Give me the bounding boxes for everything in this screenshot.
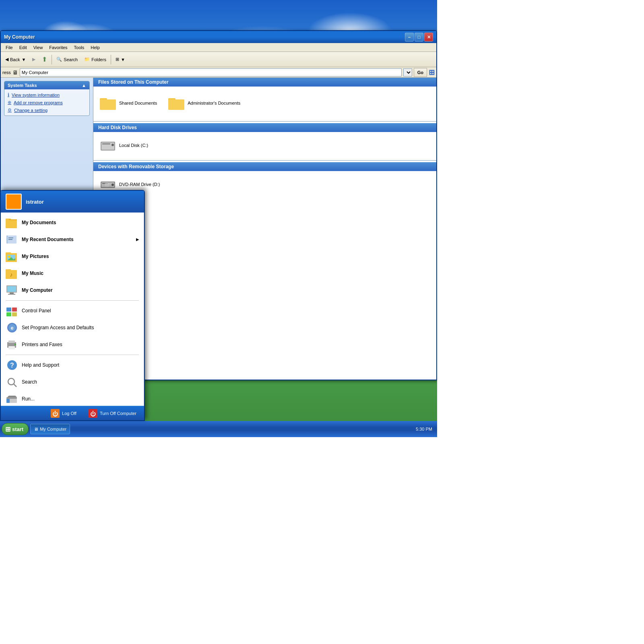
address-dropdown[interactable] <box>403 68 412 76</box>
svg-rect-23 <box>6 252 11 255</box>
windows-logo-icon: ⊞ <box>429 68 435 77</box>
svg-rect-2 <box>100 99 116 110</box>
start-menu: istrator My Documents <box>0 190 145 421</box>
files-section-header: Files Stored on This Computer <box>93 78 436 87</box>
sysinfo-icon: ℹ <box>8 92 9 97</box>
menu-edit[interactable]: Edit <box>16 44 30 51</box>
my-pictures-icon <box>6 250 19 263</box>
svg-point-47 <box>8 378 14 385</box>
start-menu-my-pictures[interactable]: My Pictures <box>1 248 144 265</box>
svg-rect-31 <box>7 286 16 292</box>
svg-rect-42 <box>8 341 15 343</box>
title-bar: My Computer – □ ✕ <box>1 31 436 43</box>
start-menu-left-panel: My Documents My Recent Documents ▶ <box>1 213 144 406</box>
sidebar-link-sysinfo[interactable]: ℹ View system information <box>4 91 89 99</box>
drives-section: Local Disk (C:) <box>93 132 436 159</box>
dvd-drive-item[interactable]: DVD-RAM Drive (D:) <box>98 176 431 193</box>
start-menu-run[interactable]: Run... <box>1 390 144 407</box>
start-menu-printers[interactable]: Printers and Faxes <box>1 336 144 353</box>
sidebar-link-addremove[interactable]: ⊕ Add or remove programs <box>4 99 89 106</box>
search-label: Search <box>64 57 78 62</box>
svg-rect-43 <box>8 346 15 349</box>
address-label: ress <box>2 70 11 75</box>
search-button[interactable]: 🔍 Search <box>54 54 80 66</box>
menu-file[interactable]: File <box>2 44 16 51</box>
svg-marker-52 <box>7 396 17 397</box>
search-icon: 🔍 <box>56 57 62 62</box>
dvd-drive-icon <box>100 178 116 191</box>
back-label: Back <box>10 57 20 62</box>
files-section: Shared Documents Administrator's Documen… <box>93 87 436 120</box>
collapse-icon[interactable]: ▲ <box>82 83 86 88</box>
sidebar-link-changesetting[interactable]: ⚙ Change a setting <box>4 106 89 114</box>
section-divider-1 <box>93 121 436 122</box>
svg-rect-20 <box>8 237 13 238</box>
svg-point-9 <box>111 144 114 146</box>
start-menu-my-music[interactable]: ♪ My Music <box>1 265 144 282</box>
svg-text:?: ? <box>10 362 14 369</box>
shared-docs-item[interactable]: Shared Documents <box>98 95 159 111</box>
local-disk-item[interactable]: Local Disk (C:) <box>98 137 431 154</box>
svg-rect-33 <box>8 294 15 295</box>
recent-docs-arrow: ▶ <box>136 237 139 242</box>
svg-rect-32 <box>10 293 14 294</box>
control-panel-icon <box>6 304 19 317</box>
shutdown-button[interactable]: ⏻ Turn Off Computer <box>84 407 141 419</box>
svg-point-44 <box>14 344 16 345</box>
menu-favorites[interactable]: Favorites <box>46 44 70 51</box>
start-menu-control-panel[interactable]: Control Panel <box>1 302 144 319</box>
start-button[interactable]: ⊞ start <box>2 423 29 435</box>
menu-view[interactable]: View <box>30 44 46 51</box>
printers-icon <box>6 338 19 351</box>
taskbar-my-computer[interactable]: 🖥 My Computer <box>30 424 70 434</box>
svg-rect-50 <box>6 399 10 403</box>
start-menu-header: istrator <box>1 191 144 213</box>
window-controls: – □ ✕ <box>405 33 433 41</box>
view-button[interactable]: ⊞ ▼ <box>113 54 128 66</box>
drives-section-header: Hard Disk Drives <box>93 123 436 132</box>
start-menu-set-program-access[interactable]: e Set Program Access and Defaults <box>1 319 144 336</box>
shared-docs-folder-icon <box>100 96 116 110</box>
start-menu-search[interactable]: Search <box>1 374 144 390</box>
menu-help[interactable]: Help <box>87 44 103 51</box>
maximize-button[interactable]: □ <box>415 33 423 41</box>
logoff-icon: ⏻ <box>51 409 60 418</box>
window-title: My Computer <box>4 34 403 40</box>
back-button[interactable]: ◀ Back ▼ <box>2 54 29 66</box>
my-recent-docs-icon <box>6 233 19 246</box>
separator-2 <box>111 55 111 64</box>
system-tasks-title: System Tasks <box>8 83 37 88</box>
shutdown-icon: ⏻ <box>89 409 97 418</box>
forward-button[interactable]: ▶ <box>29 54 38 66</box>
help-icon: ? <box>6 359 19 372</box>
admin-docs-item[interactable]: Administrator's Documents <box>167 95 242 111</box>
taskbar-tray: 5:30 PM <box>413 427 436 431</box>
back-dropdown-icon[interactable]: ▼ <box>21 57 26 62</box>
taskbar-my-computer-icon: 🖥 <box>34 427 38 431</box>
folders-button[interactable]: 📁 Folders <box>81 54 109 66</box>
menu-tools[interactable]: Tools <box>71 44 88 51</box>
logoff-button[interactable]: ⏻ Log Off <box>46 407 81 419</box>
svg-rect-34 <box>6 308 11 312</box>
view-dropdown-icon[interactable]: ▼ <box>121 57 125 62</box>
system-tasks-section: System Tasks ▲ ℹ View system information… <box>4 81 90 116</box>
svg-rect-37 <box>12 312 17 316</box>
minimize-button[interactable]: – <box>405 33 414 41</box>
local-disk-icon <box>100 138 116 152</box>
start-menu-my-recent-docs[interactable]: My Recent Documents ▶ <box>1 231 144 248</box>
svg-rect-17 <box>9 219 17 220</box>
start-windows-icon: ⊞ <box>5 425 10 433</box>
close-button[interactable]: ✕ <box>424 33 433 41</box>
user-name: istrator <box>26 199 44 205</box>
up-button[interactable]: ⬆ <box>39 54 50 66</box>
start-menu-my-documents[interactable]: My Documents <box>1 214 144 231</box>
svg-rect-35 <box>12 308 17 312</box>
svg-text:⏻: ⏻ <box>90 411 96 417</box>
my-computer-sm-icon <box>6 284 19 297</box>
go-button[interactable]: Go <box>414 68 427 77</box>
start-menu-my-computer[interactable]: My Computer <box>1 282 144 299</box>
address-input[interactable]: My Computer <box>20 68 402 76</box>
start-menu-separator-1 <box>6 300 139 301</box>
section-divider-2 <box>93 160 436 161</box>
start-menu-help[interactable]: ? Help and Support <box>1 357 144 374</box>
